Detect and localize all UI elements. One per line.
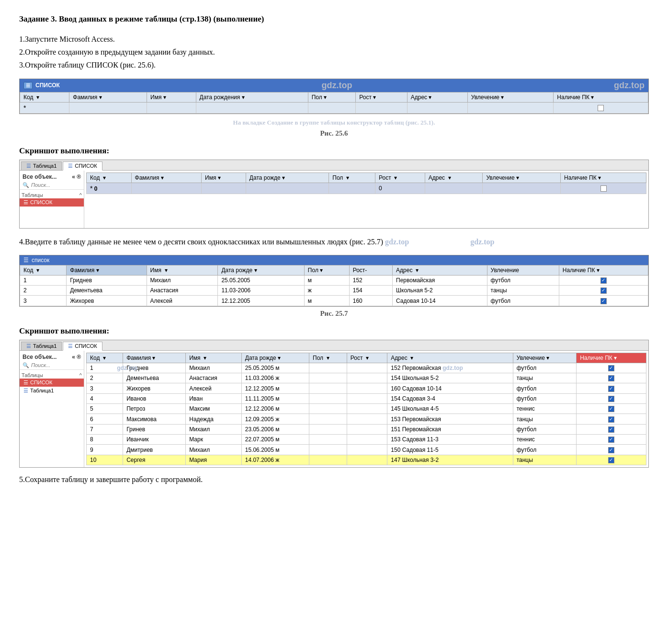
- f2-col-imya[interactable]: Имя ▾: [147, 265, 218, 275]
- cb-f2-3[interactable]: [600, 298, 607, 304]
- screenshot2-app: ☰ Таблица1 ☰ СПИСОК Все объек... « ® 🔍 Т…: [19, 340, 649, 468]
- s1-rost-0: 0: [375, 183, 425, 194]
- tab-spisok-label: СПИСОК: [75, 163, 97, 169]
- sidebar2-item-tablica[interactable]: ☰ Таблица1: [20, 387, 84, 395]
- checkbox-s2-7[interactable]: [608, 437, 614, 443]
- col-pk[interactable]: Наличие ПК ▾: [554, 92, 648, 102]
- sidebar-close-icon[interactable]: « ®: [72, 173, 81, 180]
- tab-spisok[interactable]: ☰ СПИСОК: [63, 161, 102, 171]
- f2-col-uvl[interactable]: Увлечение: [487, 265, 559, 275]
- s1-col-adres[interactable]: Адрес ▾: [425, 172, 483, 183]
- tab-spisok-icon: ☰: [68, 163, 73, 169]
- cb-f2-2[interactable]: [600, 288, 607, 294]
- checkbox-new[interactable]: [598, 105, 604, 111]
- col-uvl[interactable]: Увлечение ▾: [467, 92, 554, 102]
- para4-block: 4.Введите в таблицу данные не менее чем …: [19, 235, 649, 248]
- table-row: 7 Гринев Михаил 23.05.2006 м 151 Первома…: [87, 424, 646, 434]
- s1-col-rost[interactable]: Рост ▾: [375, 172, 425, 183]
- s2-col-pol[interactable]: Пол ▾: [309, 353, 347, 363]
- col-fam[interactable]: Фамилия ▾: [69, 92, 147, 102]
- checkbox-s2-8[interactable]: [608, 447, 614, 453]
- col-date[interactable]: Дата рождения ▾: [196, 92, 308, 102]
- sidebar2-item-spisok[interactable]: ☰ СПИСОК: [20, 379, 84, 387]
- tab2-tablica1[interactable]: ☰ Таблица1: [21, 342, 62, 350]
- tab2-tablica1-icon: ☰: [26, 343, 31, 349]
- s1-col-imya[interactable]: Имя ▾: [202, 172, 246, 183]
- s2-col-rost[interactable]: Рост ▾: [347, 353, 387, 363]
- col-imya[interactable]: Имя ▾: [147, 92, 196, 102]
- screenshot-label-2: Скриншот выполнения:: [19, 326, 649, 336]
- tab2-spisok[interactable]: ☰ СПИСОК: [63, 342, 102, 351]
- checkbox-s2-2[interactable]: [608, 386, 614, 392]
- sidebar-tables-section: Таблицы ^: [20, 192, 84, 198]
- f2-col-fam[interactable]: Фамилия ▾: [67, 265, 147, 275]
- s1-col-kod[interactable]: Код ▾: [87, 172, 132, 183]
- conclusion-text: 5.Сохраните таблицу и завершите работу с…: [19, 475, 649, 484]
- instruction-1: 1.Запустите Microsoft Access.: [19, 33, 649, 46]
- search-icon-2: 🔍: [23, 362, 29, 368]
- table-row: 5 Петроз Максим 12.12.2006 м 145 Школьна…: [87, 404, 646, 414]
- watermark-fig1-right: gdz.top: [614, 80, 645, 91]
- table-row: 8 Иванчик Марк 22.07.2005 м 153 Садовая …: [87, 435, 646, 445]
- f2-col-pol[interactable]: Пол ▾: [304, 265, 349, 275]
- s1-col-date[interactable]: Дата рожде ▾: [246, 172, 328, 183]
- para4-text: 4.Введите в таблицу данные не менее чем …: [19, 238, 383, 246]
- search-icon-1: 🔍: [23, 182, 29, 188]
- col-rost[interactable]: Рост ▾: [356, 92, 407, 102]
- sidebar-item-spisok[interactable]: ☰ СПИСОК: [20, 198, 84, 207]
- s2-col-kod[interactable]: Код ▾: [87, 353, 123, 363]
- checkbox-s2-0[interactable]: [608, 365, 614, 371]
- main-content-2: Код ▾ Фамилия ▾ Имя ▾ Дата рожде ▾ Пол ▾…: [84, 351, 648, 467]
- checkbox-s2-1[interactable]: [608, 375, 614, 381]
- checkbox-s1[interactable]: [600, 185, 607, 192]
- s2-col-adres[interactable]: Адрес ▾: [387, 353, 513, 363]
- table-row: 6 Максимова Надежда 12.09.2005 ж 153 Пер…: [87, 414, 646, 424]
- cb-f2-1[interactable]: [600, 277, 607, 284]
- fig1-header-row: Код ▾ Фамилия ▾ Имя ▾ Дата рождения ▾ По…: [20, 92, 648, 102]
- checkbox-s2-5[interactable]: [608, 416, 614, 423]
- checkbox-s2-4[interactable]: [608, 406, 614, 412]
- s2-col-fam[interactable]: Фамилия ▾: [123, 353, 186, 363]
- s2-col-imya[interactable]: Имя ▾: [186, 353, 242, 363]
- col-kod[interactable]: Код ▾: [20, 92, 69, 102]
- screenshot2-table: Код ▾ Фамилия ▾ Имя ▾ Дата рожде ▾ Пол ▾…: [86, 353, 646, 465]
- search-input-2[interactable]: [31, 362, 81, 368]
- fig2-table: Код ▾ Фамилия ▾ Имя ▾ Дата рожде ▾ Пол ▾…: [20, 265, 648, 306]
- f2-col-date[interactable]: Дата рожде ▾: [218, 265, 304, 275]
- s2-col-pk[interactable]: Наличие ПК ▾: [577, 353, 646, 363]
- sidebar2-close-icon[interactable]: « ®: [72, 354, 81, 360]
- screenshot-label-1: Скриншот выполнения:: [19, 146, 649, 156]
- checkbox-s2-6[interactable]: [608, 426, 614, 433]
- table-icon-sidebar: ☰: [23, 199, 28, 206]
- checkbox-s2-3[interactable]: [608, 396, 614, 402]
- f2-col-kod[interactable]: Код ▾: [20, 265, 67, 275]
- fig2-titlebar: ☰ список: [20, 255, 648, 265]
- col-adres[interactable]: Адрес ▾: [407, 92, 467, 102]
- expand-icon-2[interactable]: ^: [79, 372, 82, 378]
- fig2-row-2: 2ДементьеваАнастасия11.03-2006ж154Школьн…: [20, 286, 648, 296]
- s1-col-uvl[interactable]: Увлечение ▾: [483, 172, 561, 183]
- tables-label: Таблицы: [22, 192, 43, 198]
- table-row: 2 Дементьева Анастасия 11.03.2006 ж 154 …: [87, 373, 646, 383]
- f2-col-pk[interactable]: Наличие ПК ▾: [559, 265, 648, 275]
- expand-icon[interactable]: ^: [79, 192, 82, 198]
- blur-text-1: На вкладке Создание в группе таблицы кон…: [19, 119, 649, 126]
- f2-col-adres[interactable]: Адрес ▾: [393, 265, 487, 275]
- col-pol[interactable]: Пол ▾: [308, 92, 356, 102]
- s2-col-uvl[interactable]: Увлечение ▾: [513, 353, 576, 363]
- fig2-header-row: Код ▾ Фамилия ▾ Имя ▾ Дата рожде ▾ Пол ▾…: [20, 265, 648, 275]
- f2-col-rost[interactable]: Рост-: [349, 265, 392, 275]
- sidebar-title-2: Все объек...: [23, 354, 57, 360]
- watermark-fig1-left: gdz.top: [63, 80, 611, 91]
- s1-col-pk[interactable]: Наличие ПК ▾: [561, 172, 646, 183]
- tab-tablica1[interactable]: ☰ Таблица1: [21, 161, 62, 170]
- instructions-block: 1.Запустите Microsoft Access. 2.Откройте…: [19, 33, 649, 72]
- checkbox-s2-9[interactable]: [608, 457, 614, 463]
- s1-col-fam[interactable]: Фамилия ▾: [131, 172, 201, 183]
- s2-col-date[interactable]: Дата рожде ▾: [241, 353, 309, 363]
- app-body-2: Все объек... « ® 🔍 Таблицы ^ ☰ СПИСОК ☰ …: [20, 351, 648, 467]
- tab-tablica1-icon: ☰: [26, 163, 31, 169]
- search-input-1[interactable]: [31, 182, 81, 188]
- s1-col-pol[interactable]: Пол ▾: [329, 172, 375, 183]
- fig2-row-1: 1ГридневМихаил25.05.2005м152Первомайская…: [20, 275, 648, 285]
